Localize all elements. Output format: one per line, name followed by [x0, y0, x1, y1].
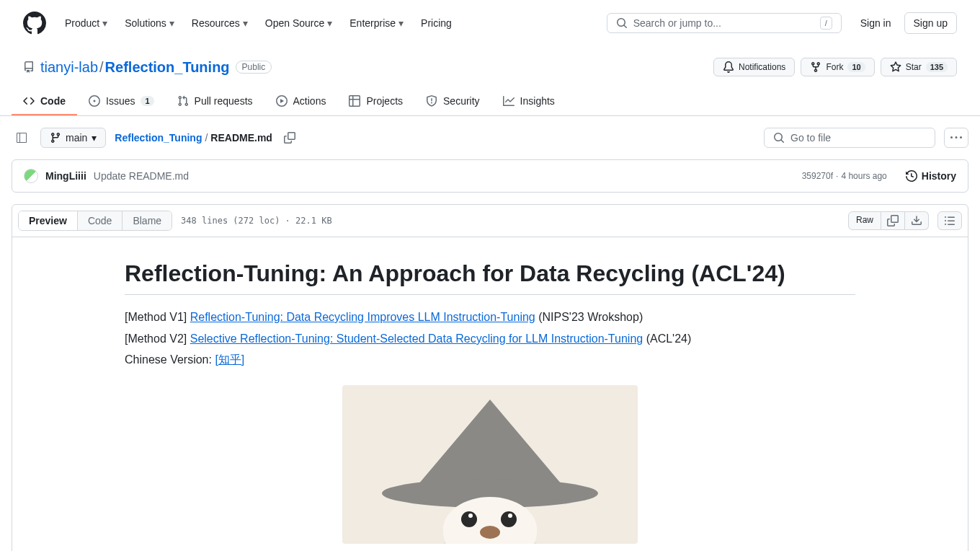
cn-link[interactable]: [知乎]	[215, 353, 244, 366]
tab-blame[interactable]: Blame	[122, 211, 172, 230]
v2-suffix: (ACL'24)	[643, 332, 691, 345]
v1-suffix: (NIPS'23 Wrokshop)	[535, 311, 643, 323]
v1-link[interactable]: Reflection-Tuning: Data Recycling Improv…	[190, 311, 535, 323]
fork-button[interactable]: Fork 10	[801, 58, 874, 76]
v2-link[interactable]: Selective Reflection-Tuning: Student-Sel…	[190, 332, 643, 345]
slash-key-hint: /	[820, 17, 832, 30]
repo-header: tianyi-lab/Reflection_Tuning Public Noti…	[0, 46, 980, 76]
notifications-label: Notifications	[739, 62, 785, 72]
tab-pull-requests[interactable]: Pull requests	[166, 88, 264, 115]
readme-image-wrap	[125, 385, 855, 544]
side-panel-toggle[interactable]	[12, 128, 32, 148]
view-tabs: Preview Code Blame	[18, 211, 172, 231]
sign-up-button[interactable]: Sign up	[904, 12, 957, 34]
star-count: 135	[926, 62, 948, 72]
download-button[interactable]	[905, 211, 929, 230]
fork-label: Fork	[826, 62, 843, 72]
nav-resources[interactable]: Resources▾	[184, 13, 255, 33]
issues-icon	[89, 95, 100, 107]
nav-product[interactable]: Product▾	[58, 13, 115, 33]
v2-prefix: [Method V2]	[125, 332, 190, 345]
tab-projects[interactable]: Projects	[337, 88, 414, 115]
issues-count: 1	[141, 96, 153, 106]
search-icon	[773, 132, 785, 144]
cn-prefix: Chinese Version:	[125, 353, 215, 366]
readme-content: Reflection-Tuning: An Approach for Data …	[12, 237, 968, 551]
tab-actions[interactable]: Actions	[264, 88, 338, 115]
sign-in-link[interactable]: Sign in	[853, 13, 899, 33]
tab-code[interactable]: Code	[12, 88, 77, 115]
branch-name: main	[66, 132, 87, 144]
tab-pr-label: Pull requests	[195, 95, 253, 107]
breadcrumb-root[interactable]: Reflection_Tuning	[115, 132, 202, 144]
nav-resources-label: Resources	[192, 17, 240, 29]
nav-opensource[interactable]: Open Source▾	[258, 13, 340, 33]
copy-raw-button[interactable]	[881, 211, 905, 230]
star-button[interactable]: Star 135	[881, 58, 957, 76]
chinese-version-line: Chinese Version: [知乎]	[125, 351, 855, 369]
breadcrumb-current: README.md	[210, 132, 272, 144]
nav-pricing-label: Pricing	[421, 17, 452, 29]
chevron-down-icon: ▾	[102, 17, 107, 29]
repo-actions: Notifications Fork 10 Star 135	[713, 58, 957, 76]
outline-button[interactable]	[937, 211, 962, 230]
commit-message[interactable]: Update README.md	[94, 170, 189, 182]
global-search[interactable]: Search or jump to... /	[607, 13, 842, 33]
copy-path-button[interactable]	[281, 129, 298, 146]
more-options-button[interactable]	[944, 128, 968, 148]
top-header: Product▾ Solutions▾ Resources▾ Open Sour…	[0, 0, 980, 46]
commit-sha[interactable]: 359270f	[802, 171, 833, 181]
bell-icon	[723, 61, 734, 73]
sha-sep: ·	[836, 171, 838, 181]
code-icon	[23, 95, 35, 107]
history-label: History	[922, 170, 956, 182]
file-toolbar: Preview Code Blame 348 lines (272 loc) ·…	[12, 205, 968, 237]
tab-projects-label: Projects	[366, 95, 403, 107]
nav-product-label: Product	[65, 17, 99, 29]
wizard-illustration[interactable]	[342, 385, 638, 544]
history-icon	[906, 170, 917, 182]
go-to-file-placeholder: Go to file	[790, 132, 831, 144]
nav-menu: Product▾ Solutions▾ Resources▾ Open Sour…	[58, 13, 459, 33]
tab-issues[interactable]: Issues 1	[77, 88, 166, 115]
tab-code-view[interactable]: Code	[78, 211, 122, 230]
branch-select[interactable]: main ▾	[40, 128, 106, 148]
repo-name-link[interactable]: Reflection_Tuning	[105, 59, 230, 75]
notifications-button[interactable]: Notifications	[713, 58, 795, 76]
tab-security[interactable]: Security	[414, 88, 491, 115]
file-view: Preview Code Blame 348 lines (272 loc) ·…	[12, 204, 968, 551]
file-nav: main ▾ Reflection_Tuning/README.md Go to…	[0, 116, 980, 159]
readme-title: Reflection-Tuning: An Approach for Data …	[125, 260, 855, 295]
star-icon	[890, 61, 901, 73]
github-logo[interactable]	[23, 12, 46, 35]
avatar[interactable]	[24, 169, 38, 183]
play-icon	[276, 95, 288, 107]
raw-button[interactable]: Raw	[848, 211, 881, 230]
nav-pricing[interactable]: Pricing	[414, 13, 459, 33]
owner-link[interactable]: tianyi-lab	[40, 59, 98, 75]
nav-enterprise[interactable]: Enterprise▾	[342, 13, 411, 33]
commit-bar: MingLiiii Update README.md 359270f · 4 h…	[12, 159, 968, 193]
nav-solutions[interactable]: Solutions▾	[117, 13, 182, 33]
nav-solutions-label: Solutions	[125, 17, 166, 29]
tab-insights[interactable]: Insights	[491, 88, 566, 115]
chevron-down-icon: ▾	[398, 17, 404, 29]
commit-time: 4 hours ago	[841, 171, 886, 181]
table-icon	[349, 95, 360, 107]
chevron-down-icon: ▾	[169, 17, 174, 29]
tab-issues-label: Issues	[106, 95, 135, 107]
v1-prefix: [Method V1]	[125, 311, 190, 323]
search-placeholder: Search or jump to...	[633, 17, 721, 29]
visibility-badge: Public	[236, 61, 272, 74]
tab-preview[interactable]: Preview	[19, 211, 77, 230]
go-to-file-input[interactable]: Go to file	[764, 128, 935, 148]
method-v2-line: [Method V2] Selective Reflection-Tuning:…	[125, 330, 855, 348]
search-icon	[616, 17, 628, 29]
method-v1-line: [Method V1] Reflection-Tuning: Data Recy…	[125, 308, 855, 327]
chevron-down-icon: ▾	[327, 17, 332, 29]
commit-author[interactable]: MingLiiii	[45, 170, 86, 182]
shield-icon	[426, 95, 437, 107]
tab-security-label: Security	[443, 95, 480, 107]
history-link[interactable]: History	[906, 170, 956, 182]
star-label: Star	[906, 62, 922, 72]
